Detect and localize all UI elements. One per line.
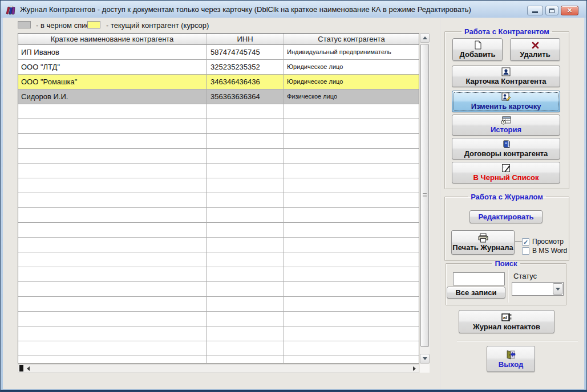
all-records-button[interactable]: Все записи	[447, 287, 505, 299]
table-cell-inn[interactable]: 325235235352	[207, 60, 284, 74]
blacklist-label: В Черный Список	[473, 173, 539, 182]
table-row[interactable]: ООО "ЛТД"325235235352Юридическое лицо	[18, 60, 419, 75]
checkbox-icon: ✓	[522, 238, 529, 246]
scroll-right-button[interactable]	[411, 366, 418, 371]
contractors-grid: Краткое наименование контрагентаИННСтату…	[18, 33, 430, 373]
titlebar[interactable]: Журнал Контрагентов - доступ к документа…	[1, 1, 586, 18]
table-empty-row	[18, 119, 419, 134]
vertical-scroll-thumb[interactable]	[420, 44, 429, 347]
table-row[interactable]: Сидоров И.И.356363636364Физическое лицо	[18, 89, 419, 104]
table-cell-name	[18, 238, 207, 252]
svg-text:al: al	[503, 315, 507, 320]
table-cell-status	[284, 341, 419, 356]
table-cell-status	[284, 267, 419, 281]
contracts-button[interactable]: Договоры контрагента	[452, 138, 560, 160]
delete-x-icon	[531, 41, 540, 50]
print-journal-button[interactable]: Печать Журнала	[451, 230, 515, 255]
table-cell-inn	[207, 178, 284, 193]
table-cell-inn[interactable]: 346346436436	[207, 75, 284, 89]
table-cell-name[interactable]: ООО "Ромашка"	[18, 75, 207, 89]
all-records-label: Все записи	[455, 288, 496, 297]
vertical-scrollbar[interactable]	[420, 33, 430, 364]
table-empty-row	[18, 238, 419, 252]
history-button[interactable]: История	[452, 115, 560, 136]
blacklist-color-swatch	[18, 21, 31, 28]
table-cell-inn[interactable]: 587474745745	[207, 45, 284, 59]
combobox-drop-button[interactable]	[553, 283, 562, 295]
column-header: ИНН	[207, 34, 284, 44]
blacklist-button[interactable]: В Черный Список	[452, 162, 560, 183]
table-cell-name	[18, 356, 207, 364]
table-row[interactable]: ООО "Ромашка"346346436436Юридическое лиц…	[18, 75, 419, 89]
table-cell-status	[284, 238, 419, 252]
table-cell-inn	[207, 119, 284, 133]
column-header: Краткое наименование контрагента	[18, 34, 207, 44]
exit-button[interactable]: Выход	[487, 346, 535, 372]
add-button[interactable]: Добавить	[452, 38, 503, 61]
table-cell-inn	[207, 193, 284, 207]
scroll-left-button[interactable]	[25, 366, 31, 371]
edit-journal-label: Редактировать	[478, 213, 533, 221]
table-cell-inn	[207, 104, 284, 119]
table-cell-name	[18, 149, 207, 163]
preview-checkbox[interactable]: ✓ Просмотр	[522, 238, 564, 246]
maximize-button[interactable]	[545, 6, 558, 15]
preview-checkbox-label: Просмотр	[532, 238, 564, 246]
msword-checkbox-label: В MS Word	[532, 247, 567, 255]
table-empty-row	[18, 149, 419, 164]
table-cell-status[interactable]: Индивидуальный предприниматель	[284, 45, 419, 59]
table-cell-status	[284, 326, 419, 341]
table-cell-inn	[207, 341, 284, 356]
contractor-card-button[interactable]: Карточка Контрагента	[452, 66, 560, 87]
table-cell-status	[284, 356, 419, 364]
table-cell-status	[284, 193, 419, 207]
blacklist-pen-icon	[501, 164, 511, 173]
table-cell-status[interactable]: Юридическое лицо	[284, 60, 419, 74]
contacts-journal-button[interactable]: al Журнал контактов	[459, 310, 554, 333]
table-empty-row	[18, 341, 419, 356]
contacts-list-icon: al	[501, 313, 512, 322]
table-cell-inn	[207, 223, 284, 237]
table-cell-name	[18, 252, 207, 267]
scroll-up-button[interactable]	[420, 33, 430, 43]
table-cell-name[interactable]: ИП Иванов	[18, 45, 207, 59]
table-cell-name[interactable]: ООО "ЛТД"	[18, 60, 207, 74]
minimize-button[interactable]	[527, 6, 543, 15]
table-empty-row	[18, 326, 419, 341]
table-cell-status	[284, 208, 419, 222]
table-row[interactable]: ИП Иванов587474745745Индивидуальный пред…	[18, 45, 419, 60]
scroll-down-button[interactable]	[420, 354, 430, 364]
table-cell-name[interactable]: Сидоров И.И.	[18, 89, 207, 104]
delete-button-label: Удалить	[520, 50, 550, 59]
add-button-label: Добавить	[460, 50, 496, 59]
table-cell-status[interactable]: Юридическое лицо	[284, 75, 419, 89]
table-cell-name	[18, 297, 207, 311]
table-empty-row	[18, 193, 419, 208]
table-cell-status	[284, 312, 419, 326]
maximize-icon	[549, 9, 554, 13]
contractor-group-title: Работа с Контрагентом	[461, 27, 552, 36]
table-cell-inn	[207, 134, 284, 148]
table-empty-row	[18, 282, 419, 297]
search-input[interactable]	[453, 272, 505, 285]
contracts-book-icon	[502, 140, 511, 149]
client-area: - в черном списке - текущий контрагент (…	[3, 18, 584, 389]
horizontal-scrollbar[interactable]	[18, 364, 419, 373]
current-legend-label: - текущий контрагент (курсор)	[106, 21, 209, 30]
exit-door-icon	[505, 350, 516, 360]
table-cell-inn	[207, 326, 284, 341]
table-cell-status	[284, 223, 419, 237]
grid-cells: Краткое наименование контрагентаИННСтату…	[18, 33, 419, 364]
table-cell-inn	[207, 282, 284, 296]
edit-journal-button[interactable]: Редактировать	[469, 210, 543, 223]
thumb-grip-icon	[423, 193, 427, 198]
horizontal-scroll-thumb[interactable]	[19, 365, 23, 371]
close-button[interactable]: ✕	[561, 6, 578, 15]
status-combobox[interactable]	[512, 282, 564, 296]
table-cell-status[interactable]: Физическое лицо	[284, 89, 419, 104]
msword-checkbox[interactable]: В MS Word	[522, 247, 567, 255]
delete-button[interactable]: Удалить	[510, 38, 560, 61]
edit-card-button[interactable]: Изменить карточку	[452, 91, 560, 112]
table-cell-inn[interactable]: 356363636364	[207, 89, 284, 104]
table-cell-name	[18, 341, 207, 356]
